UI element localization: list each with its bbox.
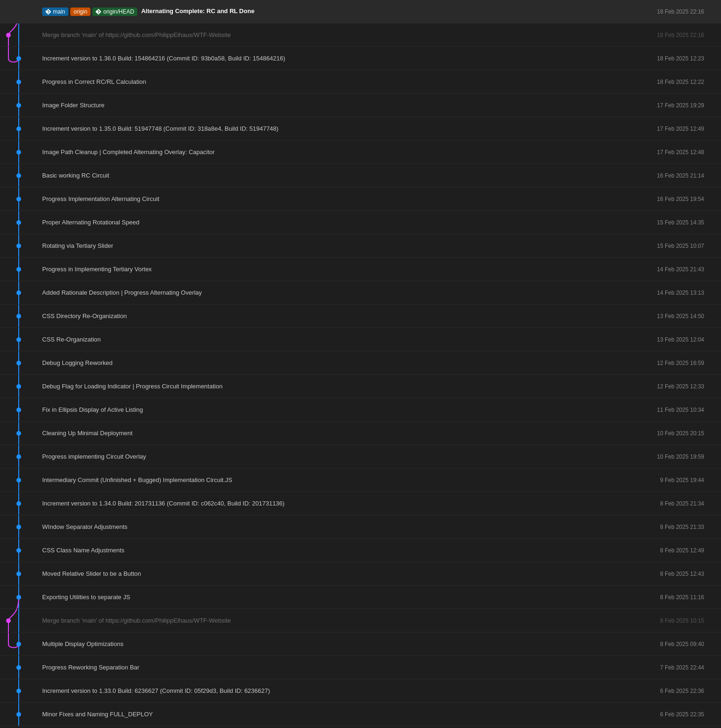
table-row[interactable]: Exporting Utilities to separate JS8 Feb … <box>0 586 721 609</box>
table-row[interactable]: Increment version to 1.35.0 Build: 51947… <box>0 117 721 141</box>
commit-message-text: Progress in Implementing Tertiary Vortex <box>42 266 152 273</box>
commit-message-text: Image Folder Structure <box>42 102 104 109</box>
commit-message-text: Debug Logging Reworked <box>42 359 112 366</box>
commit-date: 8 Feb 2025 09:40 <box>620 641 714 647</box>
commit-date: 8 Feb 2025 10:15 <box>620 617 714 624</box>
table-row[interactable]: Moved Relative Slider to be a Button8 Fe… <box>0 562 721 586</box>
table-row[interactable]: Added Rationale Description | Progress A… <box>0 281 721 305</box>
commit-message-text: Rotating via Tertiary Slider <box>42 242 113 249</box>
table-row[interactable]: Merge branch 'main' of https://github.co… <box>0 609 721 632</box>
table-row[interactable]: Increment version to 1.36.0 Build: 15486… <box>0 47 721 70</box>
table-row[interactable]: Progress Reworking Separation Bar7 Feb 2… <box>0 656 721 679</box>
commit-message: CSS Class Name Adjustments <box>37 547 620 554</box>
commit-message: Debug Logging Reworked <box>37 359 620 366</box>
commit-message: Moved Relative Slider to be a Button <box>37 570 620 577</box>
branch-badges: mainorigin origin/HEAD <box>42 7 137 16</box>
commit-message-text: Basic working RC Circuit <box>42 172 109 179</box>
commit-date: 8 Feb 2025 21:33 <box>620 524 714 530</box>
commit-date: 11 Feb 2025 10:34 <box>620 407 714 413</box>
table-row[interactable]: Proper Alternating Rotational Speed15 Fe… <box>0 211 721 234</box>
commit-date: 14 Feb 2025 13:13 <box>620 290 714 296</box>
commit-message: CSS Re-Organization <box>37 336 620 343</box>
table-row[interactable]: Debug Flag for Loading Indicator | Progr… <box>0 375 721 398</box>
commit-message-text: Merge branch 'main' of https://github.co… <box>42 617 231 624</box>
commit-message: Image Folder Structure <box>37 102 620 109</box>
table-row[interactable]: Progress in Correct RC/RL Calculation18 … <box>0 70 721 94</box>
graph-col <box>0 70 37 93</box>
graph-col <box>0 609 37 632</box>
graph-col <box>0 422 37 445</box>
commit-message: Progress in Correct RC/RL Calculation <box>37 78 620 85</box>
table-row[interactable]: Image Path Cleanup | Completed Alternati… <box>0 141 721 164</box>
table-row[interactable]: Minor Fixes and Naming FULL_DEPLOY6 Feb … <box>0 703 721 726</box>
commit-message-text: Alternating Complete: RC and RL Done <box>141 7 254 15</box>
commit-message: Progress Implementation Alternating Circ… <box>37 195 620 202</box>
graph-col <box>0 328 37 351</box>
graph-col <box>0 562 37 585</box>
table-row[interactable]: Progress implementing Circuit Overlay10 … <box>0 445 721 468</box>
commit-message: Intermediary Commit (Unfinished + Bugged… <box>37 476 620 483</box>
table-row[interactable]: Progress in Implementing Tertiary Vortex… <box>0 258 721 281</box>
commit-message-text: Increment version to 1.35.0 Build: 51947… <box>42 125 278 132</box>
table-row[interactable]: Debug Logging Reworked12 Feb 2025 16:59 <box>0 351 721 375</box>
graph-col <box>0 258 37 281</box>
commit-date: 17 Feb 2025 12:48 <box>620 149 714 156</box>
commit-message: Progress in Implementing Tertiary Vortex <box>37 266 620 273</box>
commit-message-text: Progress implementing Circuit Overlay <box>42 453 146 460</box>
graph-col <box>0 679 37 702</box>
graph-col <box>0 445 37 468</box>
commit-message-text: CSS Class Name Adjustments <box>42 547 125 554</box>
table-row[interactable]: CSS Directory Re-Organization13 Feb 2025… <box>0 305 721 328</box>
table-row[interactable]: Multiple Display Optimizations8 Feb 2025… <box>0 632 721 656</box>
commit-message: Progress Reworking Separation Bar <box>37 664 620 671</box>
commit-message: Multiple Display Optimizations <box>37 640 620 647</box>
table-row[interactable]: Fix in Ellipsis Display of Active Listin… <box>0 398 721 422</box>
graph-col <box>0 47 37 70</box>
table-row[interactable]: Intermediary Commit (Unfinished + Bugged… <box>0 468 721 492</box>
graph-col <box>0 515 37 538</box>
graph-col <box>0 375 37 398</box>
commit-date: 18 Feb 2025 22:16 <box>620 32 714 38</box>
commit-message-text: Cleaning Up Minimal Deployment <box>42 430 133 437</box>
commit-date: 8 Feb 2025 12:43 <box>620 571 714 577</box>
commit-message-text: WIndow Separator Adjustments <box>42 523 127 530</box>
commit-message-text: Debug Flag for Loading Indicator | Progr… <box>42 383 223 390</box>
commit-message: Increment version to 1.36.0 Build: 15486… <box>37 55 620 62</box>
table-row[interactable]: WIndow Separator Adjustments8 Feb 2025 2… <box>0 515 721 539</box>
commit-message-text: Progress Reworking Separation Bar <box>42 664 139 671</box>
commit-date: 14 Feb 2025 21:43 <box>620 266 714 273</box>
table-row[interactable]: Progress Implementation Alternating Circ… <box>0 187 721 211</box>
table-row[interactable]: CSS Re-Organization13 Feb 2025 12:04 <box>0 328 721 351</box>
commit-message-text: Image Path Cleanup | Completed Alternati… <box>42 149 215 156</box>
commit-message-text: Proper Alternating Rotational Speed <box>42 219 139 226</box>
table-row[interactable]: mainorigin origin/HEADAlternating Comple… <box>0 0 721 23</box>
graph-col <box>0 0 37 23</box>
commit-message: Fix in Ellipsis Display of Active Listin… <box>37 406 620 413</box>
graph-col <box>0 656 37 679</box>
table-row[interactable]: Rotating via Tertiary Slider15 Feb 2025 … <box>0 234 721 258</box>
table-row[interactable]: Increment version to 1.33.0 Build: 62366… <box>0 679 721 703</box>
commit-message: mainorigin origin/HEADAlternating Comple… <box>37 7 620 16</box>
commit-message: Added Rationale Description | Progress A… <box>37 289 620 296</box>
table-row[interactable]: Merge branch 'main' of https://github.co… <box>0 23 721 47</box>
graph-col <box>0 305 37 327</box>
table-row[interactable]: Increment version to 1.34.0 Build: 20173… <box>0 492 721 515</box>
commit-message: Rotating via Tertiary Slider <box>37 242 620 249</box>
commit-date: 15 Feb 2025 14:35 <box>620 219 714 226</box>
commit-message: Increment version to 1.35.0 Build: 51947… <box>37 125 620 132</box>
commit-date: 15 Feb 2025 10:07 <box>620 243 714 249</box>
graph-col <box>0 703 37 726</box>
table-row[interactable]: Cleaning Up Minimal Deployment10 Feb 202… <box>0 422 721 445</box>
commit-date: 10 Feb 2025 19:59 <box>620 453 714 460</box>
commit-message: Minor Fixes and Naming FULL_DEPLOY <box>37 711 620 718</box>
commit-date: 6 Feb 2025 22:35 <box>620 711 714 718</box>
graph-col <box>0 281 37 304</box>
commit-message: Merge branch 'main' of https://github.co… <box>37 617 620 624</box>
graph-col <box>0 117 37 140</box>
commit-message-text: Minor Fixes and Naming FULL_DEPLOY <box>42 711 153 718</box>
commit-date: 18 Feb 2025 12:22 <box>620 79 714 85</box>
graph-col <box>0 632 37 655</box>
table-row[interactable]: Image Folder Structure17 Feb 2025 19:29 <box>0 94 721 117</box>
table-row[interactable]: CSS Class Name Adjustments8 Feb 2025 12:… <box>0 539 721 562</box>
table-row[interactable]: Basic working RC Circuit16 Feb 2025 21:1… <box>0 164 721 187</box>
